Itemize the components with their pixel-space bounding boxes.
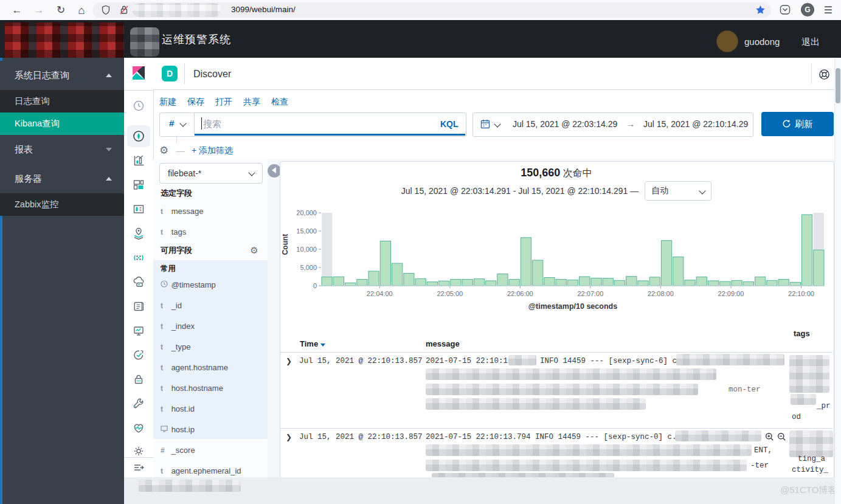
logout-button[interactable]: 退出 <box>801 36 820 48</box>
home-icon[interactable]: ⌂ <box>74 3 89 18</box>
dev-tools-icon[interactable] <box>132 397 145 410</box>
watermark-blurred <box>139 480 241 492</box>
collapse-nav-icon[interactable] <box>132 461 145 474</box>
visualize-icon[interactable] <box>132 154 145 167</box>
field-agent-ephemeral-id[interactable]: t agent.ephemeral_id <box>161 466 241 478</box>
y-axis-title: Count <box>281 234 289 255</box>
column-header-message[interactable]: message <box>426 339 460 348</box>
apm-icon[interactable] <box>132 275 145 289</box>
reload-icon[interactable]: ↻ <box>54 3 68 18</box>
field-host-hostname[interactable]: t host.hostname <box>161 384 223 396</box>
redacted-text <box>675 430 761 441</box>
expand-row-icon[interactable]: ❯ <box>286 433 292 441</box>
svg-text:22:08:00: 22:08:00 <box>648 290 674 297</box>
kibana-logo[interactable] <box>130 64 148 82</box>
kql-button[interactable]: KQL <box>440 119 459 129</box>
field-index[interactable]: t _index <box>161 322 195 334</box>
column-header-time[interactable]: Time <box>300 339 325 348</box>
filter-gear-icon[interactable]: ⚙ <box>159 144 168 157</box>
field-host-id[interactable]: t host.id <box>161 404 195 416</box>
url-text: 3099/webui/main/ <box>231 5 296 14</box>
chevron-down-icon <box>106 148 112 151</box>
inspect-button[interactable]: 检查 <box>271 97 288 108</box>
management-gear-icon[interactable] <box>132 444 145 458</box>
field-message[interactable]: t message <box>161 207 203 219</box>
field-agent-hostname[interactable]: t agent.hostname <box>161 363 228 375</box>
filter-for-icon[interactable] <box>765 432 774 441</box>
filter-out-icon[interactable] <box>777 432 786 441</box>
popular-title: 常用 <box>161 264 176 274</box>
svg-text:@timestamp/10 seconds: @timestamp/10 seconds <box>528 302 617 311</box>
search-input[interactable]: 搜索 <box>203 119 221 130</box>
interval-select[interactable]: 自动 <box>645 181 711 201</box>
collapse-sidebar-button[interactable] <box>268 164 281 178</box>
new-button[interactable]: 新建 <box>159 97 176 108</box>
row-divider <box>280 428 832 429</box>
field-tags[interactable]: t tags <box>161 227 186 240</box>
add-filter-button[interactable]: + 添加筛选 <box>192 145 233 156</box>
menu-icon[interactable]: ☰ <box>821 3 836 18</box>
dashboard-icon[interactable] <box>132 178 145 192</box>
save-button[interactable]: 保存 <box>187 97 204 108</box>
recently-viewed-icon[interactable] <box>132 99 145 112</box>
security-lock-icon[interactable] <box>132 373 145 386</box>
forward-icon[interactable]: → <box>32 3 46 18</box>
url-bar[interactable]: 3099/webui/main/ <box>92 2 771 18</box>
svg-text:22:07:00: 22:07:00 <box>577 290 603 297</box>
monitoring-icon[interactable] <box>132 421 145 435</box>
metrics-icon[interactable] <box>132 324 145 337</box>
insecure-lock-icon[interactable] <box>119 5 129 18</box>
sidebar-item-servers[interactable]: 服务器 <box>0 164 124 193</box>
svg-text:22:09:00: 22:09:00 <box>718 290 744 297</box>
refresh-button[interactable]: 刷新 <box>761 112 834 136</box>
back-icon[interactable]: ← <box>10 3 24 18</box>
open-button[interactable]: 打开 <box>215 97 232 108</box>
shield-icon[interactable] <box>101 5 111 18</box>
expand-row-icon[interactable]: ❯ <box>286 357 292 365</box>
column-header-tags[interactable]: tags <box>794 329 810 338</box>
field-settings-gear-icon[interactable]: ⚙ <box>247 243 261 258</box>
clock-icon <box>161 280 169 289</box>
redacted-text <box>508 355 536 365</box>
sidebar-item-zabbix[interactable]: Zabbix监控 <box>0 193 124 216</box>
row-message-fragment: INFO 14459 --- [sexp-sync-6] c <box>540 357 677 365</box>
scrollbar-track[interactable] <box>834 58 841 504</box>
logs-icon[interactable] <box>132 300 145 313</box>
redacted-text <box>676 354 784 365</box>
redacted-tag <box>789 430 833 457</box>
sidebar-item-reports[interactable]: 报表 <box>0 135 124 164</box>
canvas-icon[interactable] <box>132 202 145 216</box>
help-icon[interactable] <box>818 68 831 83</box>
share-button[interactable]: 共享 <box>243 97 260 108</box>
profile-avatar[interactable]: G <box>801 3 814 16</box>
scrollbar-thumb[interactable] <box>836 68 840 103</box>
company-logo-blurred <box>5 22 124 58</box>
sidebar-item-syslog-query[interactable]: 系统日志查询 <box>0 61 124 90</box>
bookmark-star-icon[interactable] <box>755 5 766 18</box>
dash: — <box>176 146 185 156</box>
svg-text:22:06:00: 22:06:00 <box>507 290 533 297</box>
time-start[interactable]: Jul 15, 2021 @ 22:03:14.29 <box>513 119 617 129</box>
screen: ← → ↻ ⌂ 3099/webui/main/ G ☰ 运维预警系统 gu <box>0 0 841 504</box>
field-score[interactable]: # _score <box>161 446 195 458</box>
pocket-icon[interactable] <box>779 4 791 18</box>
machine-learning-icon[interactable] <box>132 251 145 264</box>
field-type[interactable]: t _type <box>161 342 190 354</box>
row-message-fragment: -ter <box>750 461 769 470</box>
field-id[interactable]: t _id <box>161 301 182 313</box>
field-host-ip[interactable]: host.ip <box>161 425 195 437</box>
sidebar-item-log-query[interactable]: 日志查询 <box>0 90 124 112</box>
discover-icon[interactable] <box>132 129 145 143</box>
filter-language-menu[interactable] <box>159 112 195 136</box>
index-pattern-select[interactable]: filebeat-* <box>159 163 263 184</box>
time-end[interactable]: Jul 15, 2021 @ 22:10:14.29 <box>643 119 748 129</box>
space-badge[interactable]: D <box>162 66 178 81</box>
text-caret <box>201 117 202 129</box>
maps-icon[interactable] <box>132 227 145 240</box>
row-message-fragment: mon-ter <box>729 385 761 394</box>
sidebar-item-kibana-query[interactable]: Kibana查询 <box>0 112 124 135</box>
uptime-icon[interactable] <box>132 348 145 362</box>
field-timestamp[interactable]: @timestamp <box>161 280 216 292</box>
calendar-icon[interactable] <box>480 119 491 132</box>
user-avatar[interactable] <box>716 30 738 52</box>
